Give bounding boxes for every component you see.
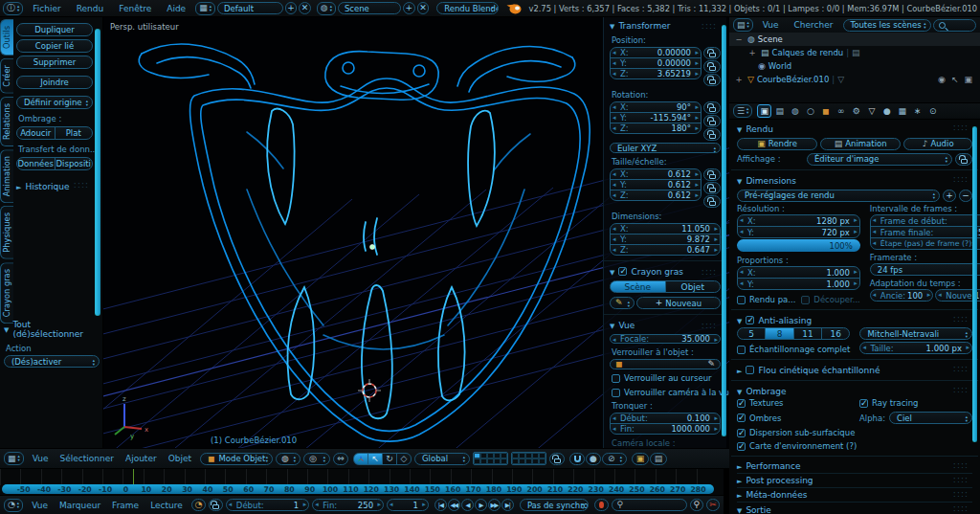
menu-item[interactable]: Frame xyxy=(106,496,145,514)
play-reverse-button[interactable]: ◀ xyxy=(461,499,474,511)
dimension-y-field[interactable]: Y:9.872 xyxy=(610,234,721,245)
antialiasing-panel-header[interactable]: Anti-aliasing xyxy=(737,313,972,327)
dimensions-panel-header[interactable]: Dimensions xyxy=(737,173,972,188)
aa-filter-dropdown[interactable]: Mitchell-Netravali xyxy=(859,327,972,340)
menu-item[interactable]: Sélectionner xyxy=(55,448,120,469)
remove-preset-button[interactable]: − xyxy=(959,190,972,202)
rotation-mode-dropdown[interactable]: Euler XYZ xyxy=(610,143,721,152)
envmap-checkbox[interactable]: Carte d'environnement (?) xyxy=(737,441,972,451)
add-layout-button[interactable]: + xyxy=(285,2,298,14)
transform-panel-header[interactable]: Transformer xyxy=(610,20,721,32)
tool-shelf-scrollbar[interactable] xyxy=(95,29,100,316)
lock-scale-z-button[interactable] xyxy=(703,195,721,208)
view-panel-header[interactable]: Vue xyxy=(610,320,721,331)
textures-checkbox[interactable]: Textures xyxy=(737,398,850,408)
manipulator-translate-button[interactable]: ↖ xyxy=(368,453,383,465)
jump-to-end-button[interactable]: ▶| xyxy=(501,499,514,511)
start-frame-field[interactable]: Début: 1 xyxy=(226,499,309,511)
menu-item[interactable]: Vue xyxy=(27,448,55,469)
jump-to-start-button[interactable]: |◀ xyxy=(434,499,447,511)
add-preset-button[interactable]: + xyxy=(943,190,956,202)
timeline-editor-selector[interactable]: ◔ ▴ ▾ xyxy=(4,499,23,512)
layers-grid-left[interactable] xyxy=(473,452,508,465)
aa-samples-11-button[interactable]: 11 xyxy=(793,327,822,340)
collapsed-panel-header[interactable]: Méta-données xyxy=(737,488,972,503)
scene-selector[interactable]: ◍ ▴ ▾ xyxy=(317,2,336,15)
lock-scale-x-button[interactable] xyxy=(703,168,721,181)
viewport-shading-dropdown[interactable]: ◍ xyxy=(276,453,301,465)
aa-size-field[interactable]: Taille: 1.000 px xyxy=(859,342,972,354)
display-lock-button[interactable] xyxy=(955,153,972,166)
shade-smooth-button[interactable]: Adoucir xyxy=(16,126,56,140)
selectable-cursor-icon[interactable]: ↖ xyxy=(951,76,959,84)
play-button[interactable]: ▶ xyxy=(475,499,487,511)
aa-samples-16-button[interactable]: 16 xyxy=(821,327,850,340)
scene-name-field[interactable]: Scene xyxy=(338,2,401,14)
rotation-z-field[interactable]: Z:180° xyxy=(610,123,702,134)
clip-end-field[interactable]: Fin: 1000.000 xyxy=(610,423,721,435)
snap-element-button[interactable]: ● xyxy=(586,453,601,465)
render-display-dropdown[interactable]: Éditeur d'image xyxy=(807,153,952,166)
raytracing-checkbox[interactable]: Ray tracing xyxy=(859,398,972,408)
tab-render-layers[interactable]: ▤ xyxy=(772,104,787,118)
focal-length-field[interactable]: Focale: 35.000 xyxy=(610,334,721,344)
layers-grid-right[interactable] xyxy=(511,452,546,465)
viewport-editor-selector[interactable]: ▦ ▴ ▾ xyxy=(4,452,24,465)
keying-set-field[interactable]: ⚲ xyxy=(612,499,687,511)
outliner-search-field[interactable] xyxy=(933,19,977,32)
n-panel-scrollbar[interactable] xyxy=(722,25,726,436)
shading-panel-header[interactable]: Ombrage xyxy=(737,384,972,398)
lock-to-cursor-checkbox[interactable]: Verrouiller au curseur xyxy=(612,373,721,383)
snap-toggle-button[interactable] xyxy=(569,453,585,465)
manipulator-rotate-button[interactable]: ↻ xyxy=(382,453,397,465)
lock-scale-y-button[interactable] xyxy=(703,182,721,194)
expand-toggle-icon[interactable]: + xyxy=(746,48,758,57)
renderable-camera-icon[interactable]: ▣ xyxy=(964,76,972,84)
insert-keyframe-button[interactable]: ⚲ xyxy=(690,499,703,511)
tab-material[interactable]: ● xyxy=(880,104,894,118)
menu-item[interactable]: Marqueur xyxy=(54,496,106,514)
delete-button[interactable]: Supprimer xyxy=(16,56,93,69)
action-dropdown[interactable]: (Dés)activer xyxy=(4,355,100,368)
position-z-field[interactable]: Z:3.65219 xyxy=(610,68,702,79)
lock-rotation-y-button[interactable] xyxy=(703,115,721,127)
frame-step-field[interactable]: Étape (pas) de frame (?):1 xyxy=(870,237,980,250)
join-button[interactable]: Joindre xyxy=(16,76,93,89)
collapsed-panel-header[interactable]: Post processing xyxy=(737,474,972,488)
menu-item[interactable]: Fichier xyxy=(25,0,68,17)
render-panel-header[interactable]: Rendu xyxy=(737,122,972,136)
tab-outils[interactable]: Outils xyxy=(0,19,13,56)
copy-linked-button[interactable]: Copier lié xyxy=(16,39,93,53)
tab-particles[interactable]: ∗ xyxy=(910,104,924,118)
visibility-eye-icon[interactable]: ◉ xyxy=(938,76,946,84)
motion-blur-checkbox[interactable] xyxy=(746,366,754,374)
full-sample-checkbox[interactable]: Échantillonnage complet xyxy=(737,345,850,354)
render-presets-dropdown[interactable]: Pré-réglages de rendu xyxy=(737,190,940,202)
menu-item[interactable]: Vue xyxy=(755,17,787,33)
lock-range-button[interactable] xyxy=(209,499,223,511)
tab-constraints[interactable]: ∞ xyxy=(834,104,848,118)
gpencil-draw-mode-dropdown[interactable]: ✎ xyxy=(610,297,635,309)
history-panel-header[interactable]: Historique xyxy=(16,179,93,193)
tab-creer[interactable]: Créer xyxy=(0,58,13,94)
alpha-mode-dropdown[interactable]: Ciel xyxy=(889,412,972,424)
menu-item[interactable]: Rendu xyxy=(69,0,112,17)
delete-layout-button[interactable]: ✕ xyxy=(299,2,311,14)
render-animation-button[interactable]: ▤ Animation xyxy=(820,138,901,150)
collapse-toggle-icon[interactable]: − xyxy=(733,34,745,44)
antialiasing-checkbox[interactable] xyxy=(746,316,754,324)
transform-orientation-dropdown[interactable]: Global xyxy=(414,453,470,465)
shade-flat-button[interactable]: Plat xyxy=(55,126,94,140)
gpencil-new-button[interactable]: + Nouveau xyxy=(636,297,721,309)
timeline-ticks[interactable] xyxy=(0,469,714,485)
set-origin-dropdown[interactable]: Définir origine xyxy=(16,96,93,109)
aa-samples-8-button[interactable]: 8 xyxy=(765,327,793,340)
preview-range-button[interactable]: ◔ xyxy=(191,499,206,511)
delete-scene-button[interactable]: ✕ xyxy=(417,2,430,14)
tab-physics[interactable]: ⊙ xyxy=(925,104,940,118)
tab-physiques[interactable]: Physiques xyxy=(0,206,13,259)
outliner-row-scene[interactable]: − ◍ Scene xyxy=(729,33,980,46)
resolution-percentage-slider[interactable]: 100% xyxy=(737,239,860,252)
operator-panel-header[interactable]: Tout (dé)sélectionner xyxy=(4,322,100,336)
lock-rotation-z-button[interactable] xyxy=(703,128,721,141)
